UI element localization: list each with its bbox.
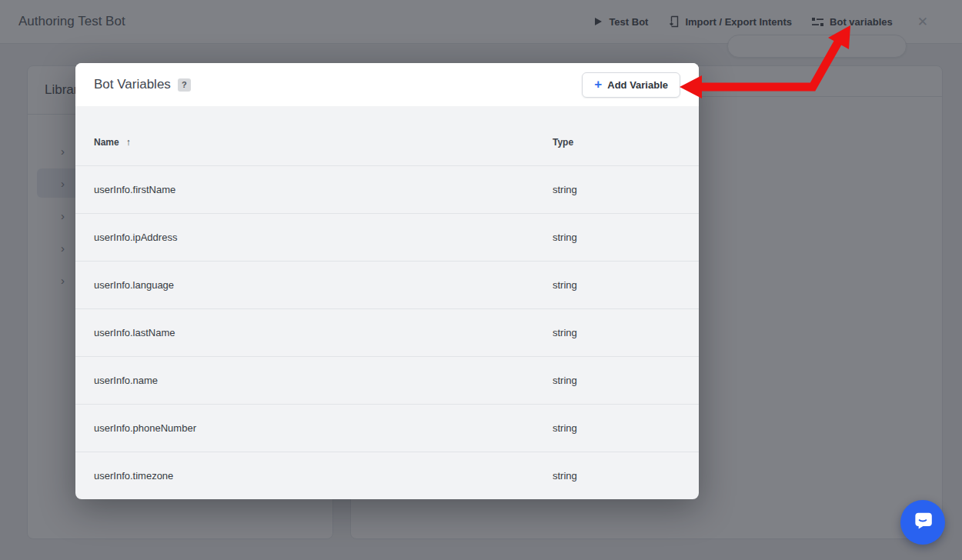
variable-name-cell: userInfo.timezone [94, 470, 173, 482]
variable-row[interactable]: userInfo.name string [75, 356, 699, 404]
variable-type-cell: string [553, 327, 577, 338]
chat-bubble-icon [911, 509, 934, 535]
variable-row[interactable]: userInfo.phoneNumber string [75, 404, 699, 452]
variable-name-cell: userInfo.lastName [94, 327, 175, 338]
variable-type-cell: string [553, 184, 577, 195]
variable-row[interactable]: userInfo.ipAddress string [75, 213, 699, 261]
app-window: Authoring Test Bot Test Bot Import / Exp… [0, 0, 962, 560]
variable-name-cell: userInfo.firstName [94, 184, 175, 195]
add-variable-label: Add Variable [607, 79, 668, 91]
help-icon[interactable]: ? [178, 78, 191, 92]
variable-row[interactable]: userInfo.firstName string [75, 165, 699, 213]
variable-row[interactable]: userInfo.language string [75, 261, 699, 308]
plus-icon: + [594, 78, 602, 91]
variable-type-cell: string [553, 470, 577, 482]
variable-type-cell: string [553, 422, 577, 434]
column-header-type[interactable]: Type [553, 137, 573, 148]
name-column-label: Name [94, 137, 119, 148]
variable-type-cell: string [553, 375, 577, 386]
bot-variables-modal: Bot Variables ? + Add Variable Name ↑ Ty… [75, 63, 699, 499]
variables-table-header: Name ↑ Type [75, 106, 699, 165]
variable-type-cell: string [553, 232, 577, 243]
variable-row[interactable]: userInfo.timezone string [75, 452, 699, 499]
variable-name-cell: userInfo.name [94, 375, 158, 386]
variable-type-cell: string [553, 279, 577, 291]
add-variable-button[interactable]: + Add Variable [582, 72, 680, 98]
sort-ascending-icon: ↑ [126, 137, 131, 148]
modal-title: Bot Variables [94, 77, 171, 92]
variables-table-body: userInfo.firstName string userInfo.ipAdd… [75, 165, 699, 499]
variable-row[interactable]: userInfo.lastName string [75, 308, 699, 356]
column-header-name[interactable]: Name ↑ [94, 137, 131, 148]
variable-name-cell: userInfo.phoneNumber [94, 422, 196, 434]
modal-header: Bot Variables ? + Add Variable [75, 63, 699, 106]
variable-name-cell: userInfo.language [94, 279, 174, 291]
chat-launcher-button[interactable] [900, 500, 945, 545]
variable-name-cell: userInfo.ipAddress [94, 232, 177, 243]
